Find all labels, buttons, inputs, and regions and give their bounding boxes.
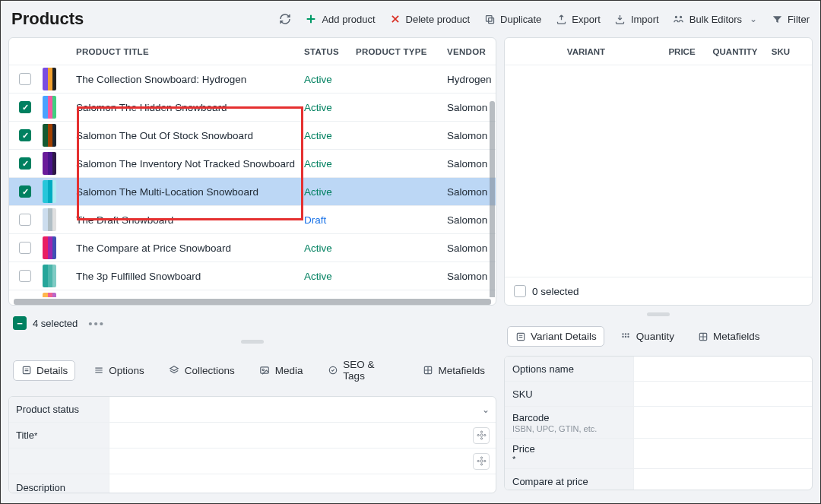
product-status: Active [304,158,356,170]
export-button[interactable]: Export [555,13,601,25]
variants-body [505,65,812,277]
product-thumbnail [43,180,56,203]
resize-handle[interactable] [241,340,264,344]
column-quantity[interactable]: QUANTITY [708,47,762,56]
ai-suggest-title-button[interactable] [473,427,490,444]
svg-point-2 [675,15,677,17]
product-thumbnail [43,152,56,175]
svg-point-11 [483,434,485,436]
tab-options[interactable]: Options [86,361,151,380]
vfield-options-name-value[interactable] [634,357,812,381]
row-checkbox[interactable] [19,242,31,254]
filter-button[interactable]: Filter [771,13,810,25]
selection-count: 4 selected [33,318,78,329]
column-sku[interactable]: SKU [762,47,800,56]
product-thumbnail [43,293,56,297]
svg-point-22 [628,333,629,334]
tab-quantity[interactable]: Quantity [613,326,681,347]
product-thumbnail [43,265,56,287]
tab-variant-metafields-label: Metafields [713,331,760,342]
row-checkbox[interactable] [19,185,31,198]
import-button[interactable]: Import [614,13,659,25]
row-checkbox[interactable] [19,101,31,113]
ai-suggest-button[interactable] [473,453,490,470]
table-row[interactable]: Salomon The Out Of Stock Snowboard Activ… [9,122,496,150]
svg-point-21 [625,333,626,334]
vfield-sku-value[interactable] [634,382,812,406]
delete-product-button[interactable]: Delete product [389,13,471,25]
row-checkbox[interactable] [19,157,31,170]
resize-handle-right[interactable] [647,312,670,316]
field-description-label: Description [9,474,109,493]
table-row[interactable]: The 3p Fulfilled Snowboard Active Salomo… [9,262,496,290]
duplicate-button[interactable]: Duplicate [483,13,541,25]
product-title: The Collection Snowboard: Hydrogen [74,74,304,85]
svg-point-3 [680,15,682,17]
table-row[interactable]: The Compare at Price Snowboard Active Sa… [9,234,496,262]
tab-metafields-label: Metafields [438,365,485,376]
vfield-sku-label: SKU [505,382,634,406]
variant-select-all-checkbox[interactable] [514,285,526,297]
row-checkbox[interactable] [19,129,31,141]
tab-collections[interactable]: Collections [162,361,242,380]
plus-icon [305,13,317,25]
vfield-compare-value[interactable] [634,469,812,490]
row-checkbox[interactable] [19,73,31,85]
column-status[interactable]: STATUS [304,47,356,56]
detail-tabs: Details Options Collections Media SEO & … [8,350,496,390]
table-row[interactable]: The Draft Snowboard Draft Salomon [9,206,496,234]
svg-point-9 [480,434,482,436]
vfield-options-name-label: Options name [505,357,634,381]
media-icon [259,365,271,376]
row-checkbox[interactable] [19,214,31,226]
tab-media[interactable]: Media [252,361,310,380]
tab-media-label: Media [275,365,303,376]
add-product-button[interactable]: Add product [305,13,375,25]
field-description-value[interactable] [109,484,496,490]
tab-metafields[interactable]: Metafields [415,361,492,380]
row-checkbox[interactable] [19,270,31,282]
column-price[interactable]: PRICE [655,47,708,56]
tab-variant-details[interactable]: Variant Details [507,326,604,347]
product-thumbnail [43,68,56,90]
tab-options-label: Options [109,365,144,376]
table-row[interactable]: The Collection Snowboard: Hydrogen Activ… [9,65,496,94]
variant-fields-panel: Options name SKU Barcode ISBN, UPC, GTIN… [504,356,813,490]
refresh-button[interactable] [279,13,291,25]
product-title: The 3p Fulfilled Snowboard [74,271,304,282]
product-vendor: Salomon [447,186,493,198]
more-actions-button[interactable]: ••• [88,317,105,330]
bulk-editors-button[interactable]: Bulk Editors ⌄ [673,13,757,25]
variant-metafields-icon [697,331,708,342]
vfield-barcode-value[interactable] [634,407,812,438]
field-title-value-2[interactable] [109,450,496,473]
vfield-price-value[interactable] [634,439,812,468]
export-icon [555,13,567,25]
vfield-compare-label: Compare at price [505,469,634,490]
seo-icon [328,365,339,376]
vfield-barcode-label: Barcode ISBN, UPC, GTIN, etc. [505,407,634,438]
svg-point-17 [480,464,482,465]
product-vendor: Salomon [447,271,493,282]
tab-variant-metafields[interactable]: Metafields [690,326,767,347]
field-product-status-value[interactable]: ⌄ [109,401,496,418]
column-variant[interactable]: VARIANT [517,47,655,56]
import-label: Import [631,14,659,25]
svg-point-13 [477,434,479,436]
column-title[interactable]: PRODUCT TITLE [74,47,304,56]
table-row[interactable]: Salomon The Multi-Location Snowboard Act… [9,178,496,206]
vertical-scrollbar[interactable] [490,101,495,297]
field-title-value[interactable] [109,424,496,447]
column-type[interactable]: PRODUCT TYPE [356,47,447,56]
table-row[interactable]: Salomon The Inventory Not Tracked Snowbo… [9,150,496,178]
select-all-checkbox[interactable]: − [13,316,27,330]
tab-details[interactable]: Details [13,360,75,381]
table-row[interactable]: Salomon The Hidden Snowboard Active Salo… [9,94,496,122]
column-vendor[interactable]: VENDOR [447,47,493,56]
svg-point-23 [623,335,624,337]
table-row[interactable]: The Multi-managed Snowboard Active Salom… [9,290,496,297]
product-vendor: Hydrogen [447,74,493,85]
horizontal-scrollbar[interactable] [14,299,491,305]
import-icon [614,13,626,25]
tab-seo[interactable]: SEO & Tags [321,355,405,385]
